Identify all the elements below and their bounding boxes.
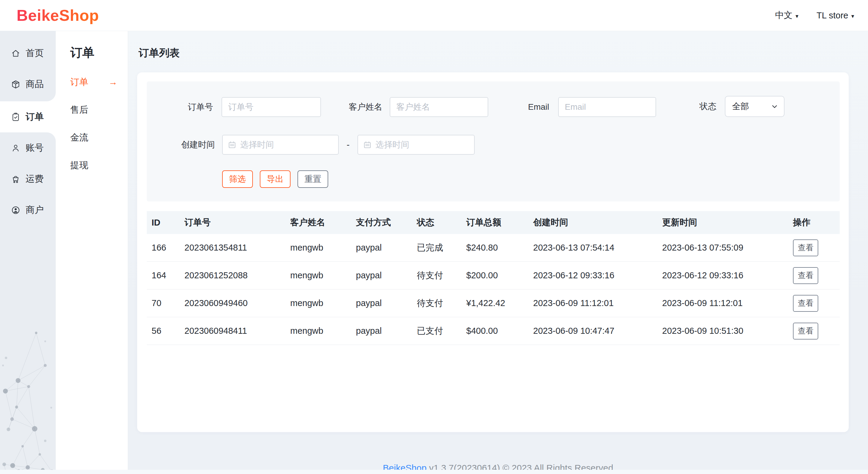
clipboard-check-icon	[11, 112, 21, 122]
subnav-item-label: 售后	[70, 104, 88, 116]
status-select[interactable]: 全部	[725, 96, 784, 117]
cell-status: 已支付	[417, 325, 466, 337]
sidebar-item-label: 账号	[26, 142, 44, 154]
date-range-separator: -	[347, 140, 350, 150]
cell-status: 已完成	[417, 242, 466, 254]
app-root: BeikeShop 中文 ▾ TL store ▾ 首页 商品	[0, 0, 868, 474]
cell-customer: mengwb	[290, 243, 356, 253]
cell-id: 166	[152, 243, 184, 253]
col-actions: 操作	[793, 216, 835, 229]
date-to-input[interactable]	[375, 140, 469, 150]
sidebar-item-label: 订单	[26, 111, 44, 123]
subnav-item-withdraw[interactable]: 提现	[56, 151, 128, 179]
cell-id: 164	[152, 270, 184, 280]
sidebar-item-orders[interactable]: 订单	[0, 101, 56, 132]
user-icon	[11, 143, 21, 153]
filter-email: Email	[484, 97, 656, 117]
col-status: 状态	[417, 216, 466, 229]
subnav-title: 订单	[56, 31, 128, 61]
subnav-item-orders[interactable]: 订单 →	[56, 68, 128, 96]
col-id: ID	[152, 218, 184, 228]
main-content: 订单列表 订单号 客户姓名 Email	[128, 31, 868, 474]
sidebar-item-label: 运费	[26, 173, 44, 185]
table-row: 70 2023060949460 mengwb paypal 待支付 ¥1,42…	[147, 290, 840, 317]
cell-updated: 2023-06-12 09:33:16	[662, 270, 793, 280]
sidebar-item-merchant[interactable]: 商户	[0, 195, 56, 226]
sidebar-item-products[interactable]: 商品	[0, 69, 56, 100]
subnav-item-aftersales[interactable]: 售后	[56, 96, 128, 124]
cell-payment: paypal	[356, 243, 417, 253]
date-from-field[interactable]	[222, 135, 339, 155]
sidebar-item-label: 首页	[26, 47, 44, 59]
order-table-body: 166 2023061354811 mengwb paypal 已完成 $240…	[147, 234, 840, 345]
calendar-icon	[227, 140, 237, 149]
language-dropdown[interactable]: 中文 ▾	[775, 9, 799, 22]
sidebar-item-home[interactable]: 首页	[0, 38, 56, 69]
sidebar-item-label: 商品	[26, 78, 44, 90]
cell-customer: mengwb	[290, 298, 356, 308]
cell-updated: 2023-06-09 10:51:30	[662, 326, 793, 336]
col-payment: 支付方式	[356, 216, 417, 229]
orders-card: 订单号 客户姓名 Email 状态 全部	[137, 72, 849, 432]
store-dropdown[interactable]: TL store ▾	[816, 10, 854, 21]
date-from-input[interactable]	[240, 140, 333, 150]
email-input[interactable]	[558, 97, 656, 117]
caret-down-icon: ▾	[851, 12, 854, 19]
cell-total: $240.80	[466, 243, 533, 253]
cell-id: 70	[152, 298, 184, 308]
export-button[interactable]: 导出	[260, 170, 290, 188]
status-select-value: 全部	[732, 101, 749, 112]
cell-created: 2023-06-09 10:47:47	[533, 326, 662, 336]
date-to-field[interactable]	[358, 135, 475, 155]
sidebar-item-label: 商户	[26, 204, 44, 216]
calendar-icon	[363, 140, 372, 149]
cell-actions: 查看	[793, 295, 835, 312]
header-right: 中文 ▾ TL store ▾	[775, 9, 854, 22]
order-no-input[interactable]	[221, 97, 321, 117]
cell-payment: paypal	[356, 298, 417, 308]
sidebar-group-top: 首页 商品	[0, 31, 56, 101]
reset-button[interactable]: 重置	[298, 170, 328, 188]
view-button[interactable]: 查看	[793, 295, 818, 312]
view-button[interactable]: 查看	[793, 239, 818, 256]
cell-actions: 查看	[793, 267, 835, 284]
col-order-no: 订单号	[184, 216, 290, 229]
cell-customer: mengwb	[290, 326, 356, 336]
table-row: 56 2023060948411 mengwb paypal 已支付 $400.…	[147, 317, 840, 345]
orders-table: ID 订单号 客户姓名 支付方式 状态 订单总额 创建时间 更新时间 操作 16…	[147, 211, 840, 345]
cell-total: $400.00	[466, 326, 533, 336]
brand-logo[interactable]: BeikeShop	[17, 6, 99, 24]
cell-order-no: 2023061252088	[184, 270, 290, 280]
col-total: 订单总额	[466, 216, 533, 229]
view-button[interactable]: 查看	[793, 267, 818, 284]
filter-status: 状态 全部	[659, 96, 784, 117]
cell-created: 2023-06-13 07:54:14	[533, 243, 662, 253]
bottom-strip	[0, 470, 868, 474]
page-title: 订单列表	[138, 46, 180, 60]
merchant-icon	[11, 205, 21, 215]
cell-updated: 2023-06-09 11:12:01	[662, 298, 793, 308]
filter-panel: 订单号 客户姓名 Email 状态 全部	[147, 81, 840, 201]
cell-total: ¥1,422.42	[466, 298, 533, 308]
cell-created: 2023-06-09 11:12:01	[533, 298, 662, 308]
filter-button[interactable]: 筛选	[222, 170, 253, 188]
customer-input[interactable]	[390, 97, 488, 117]
cell-status: 待支付	[417, 297, 466, 309]
filter-buttons: 筛选 导出 重置	[222, 170, 328, 188]
store-label: TL store	[816, 10, 848, 21]
sidebar-item-account[interactable]: 账号	[0, 132, 56, 164]
caret-down-icon: ▾	[796, 12, 799, 19]
filter-created-time: 创建时间 -	[147, 135, 475, 155]
cell-order-no: 2023061354811	[184, 243, 290, 253]
sidebar-item-shipping[interactable]: 运费	[0, 164, 56, 195]
filter-order-no: 订单号	[147, 97, 321, 117]
cell-total: $200.00	[466, 270, 533, 280]
primary-sidebar: 首页 商品 订单 账号 运费	[0, 31, 56, 474]
view-button[interactable]: 查看	[793, 323, 818, 339]
filter-customer: 客户姓名	[315, 97, 488, 117]
created-time-label: 创建时间	[147, 139, 215, 150]
subnav-item-payment-flow[interactable]: 金流	[56, 124, 128, 151]
shell: 首页 商品 订单 账号 运费	[0, 31, 868, 474]
subnav-item-label: 金流	[70, 131, 88, 144]
arrow-right-icon: →	[108, 77, 118, 87]
